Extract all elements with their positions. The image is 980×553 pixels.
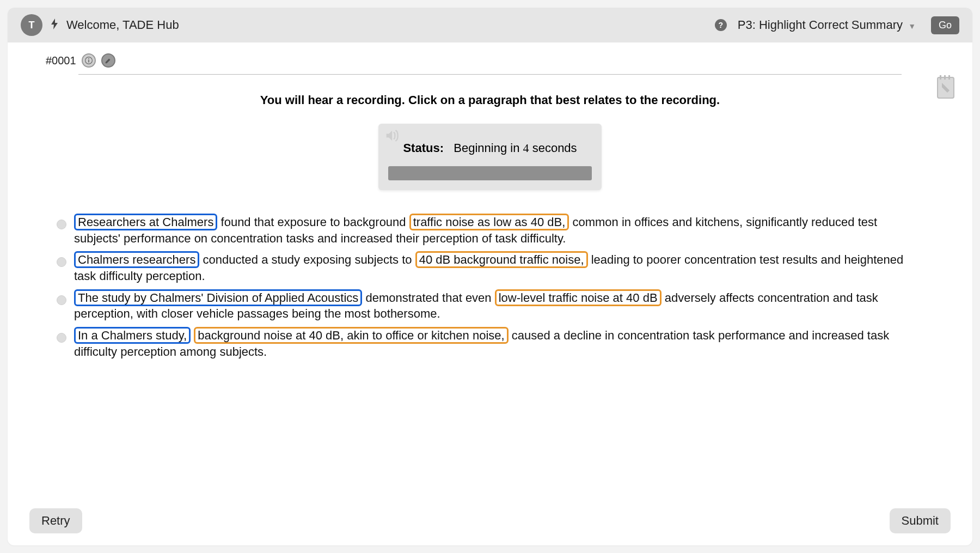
progress-bar[interactable]	[388, 166, 592, 180]
highlight-orange: 40 dB background traffic noise,	[415, 251, 588, 268]
info-icon[interactable]	[82, 53, 96, 68]
text-segment: conducted a study exposing subjects to	[199, 253, 415, 266]
content-body: #0001 You will hear a recording. Click o…	[8, 42, 972, 501]
text-segment: demonstrated that even	[362, 291, 494, 305]
radio-button[interactable]	[57, 333, 66, 343]
notepad-icon[interactable]	[934, 75, 956, 100]
status-prefix: Beginning in	[454, 141, 519, 155]
item-id: #0001	[46, 54, 76, 67]
audio-panel: Status: Beginning in 4 seconds	[378, 124, 602, 190]
speaker-icon	[384, 128, 399, 146]
task-dropdown[interactable]: P3: Highlight Correct Summary ▼	[738, 18, 916, 32]
svg-point-2	[88, 58, 89, 59]
item-header: #0001	[46, 53, 934, 68]
help-icon[interactable]: ?	[715, 19, 727, 31]
highlight-blue: The study by Chalmers' Division of Appli…	[74, 289, 362, 306]
bolt-icon	[50, 19, 59, 32]
option-row[interactable]: The study by Chalmers' Division of Appli…	[57, 290, 923, 322]
retry-button[interactable]: Retry	[29, 508, 82, 533]
option-text: Researchers at Chalmers found that expos…	[74, 214, 923, 246]
option-text: Chalmers researchers conducted a study e…	[74, 252, 923, 284]
chevron-down-icon: ▼	[908, 22, 916, 31]
text-segment: found that exposure to background	[217, 215, 409, 229]
submit-button[interactable]: Submit	[890, 508, 951, 533]
welcome-text: Welcome, TADE Hub	[66, 18, 179, 32]
option-row[interactable]: In a Chalmers study, background noise at…	[57, 327, 923, 360]
highlight-blue: Researchers at Chalmers	[74, 214, 217, 230]
avatar[interactable]: T	[21, 14, 42, 36]
header: T Welcome, TADE Hub ? P3: Highlight Corr…	[8, 8, 972, 42]
svg-rect-6	[948, 75, 950, 80]
go-button[interactable]: Go	[931, 16, 959, 34]
task-label-text: P3: Highlight Correct Summary	[738, 18, 903, 32]
option-row[interactable]: Researchers at Chalmers found that expos…	[57, 214, 923, 246]
radio-button[interactable]	[57, 295, 66, 305]
app-window: T Welcome, TADE Hub ? P3: Highlight Corr…	[8, 8, 972, 545]
option-text: The study by Chalmers' Division of Appli…	[74, 290, 923, 322]
highlight-orange: traffic noise as low as 40 dB,	[409, 214, 569, 230]
divider	[78, 74, 902, 75]
radio-button[interactable]	[57, 220, 66, 229]
highlight-blue: Chalmers researchers	[74, 251, 199, 268]
option-text: In a Chalmers study, background noise at…	[74, 327, 923, 360]
svg-rect-1	[88, 60, 89, 63]
highlight-blue: In a Chalmers study,	[74, 327, 191, 344]
radio-button[interactable]	[57, 257, 66, 267]
svg-rect-5	[944, 75, 946, 80]
footer: Retry Submit	[8, 501, 972, 545]
option-row[interactable]: Chalmers researchers conducted a study e…	[57, 252, 923, 284]
svg-rect-4	[940, 75, 941, 80]
status-suffix: seconds	[532, 141, 577, 155]
instruction-text: You will hear a recording. Click on a pa…	[46, 93, 934, 107]
status-count: 4	[523, 141, 529, 155]
highlight-orange: low-level traffic noise at 40 dB	[495, 289, 661, 306]
options-list: Researchers at Chalmers found that expos…	[57, 214, 923, 366]
status-text: Status: Beginning in 4 seconds	[388, 141, 592, 155]
edit-icon[interactable]	[101, 53, 115, 68]
highlight-orange: background noise at 40 dB, akin to offic…	[194, 327, 508, 344]
status-label: Status:	[403, 141, 444, 155]
